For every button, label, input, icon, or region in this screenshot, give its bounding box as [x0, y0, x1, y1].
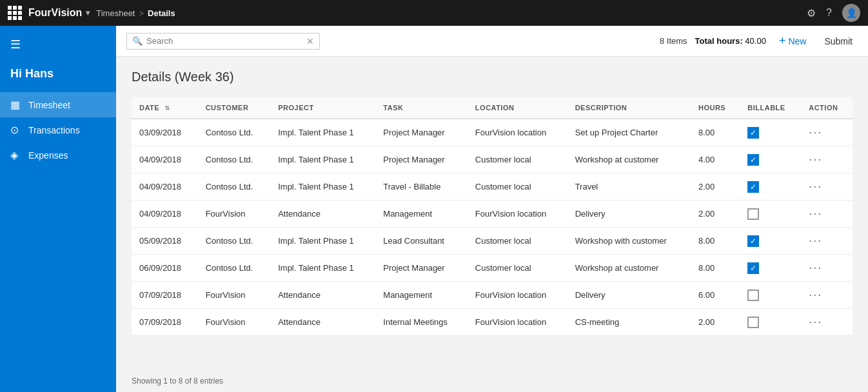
checkbox-unchecked[interactable]	[747, 208, 759, 220]
cell-billable[interactable]	[740, 309, 801, 336]
checkbox-unchecked[interactable]	[747, 289, 759, 301]
cell-customer: Contoso Ltd.	[198, 146, 271, 173]
sidebar-hamburger[interactable]: ☰	[0, 31, 116, 58]
cell-location: Customer local	[468, 255, 567, 282]
action-menu-icon[interactable]: ···	[809, 126, 822, 139]
cell-project: Attendance	[270, 309, 375, 336]
cell-billable[interactable]	[740, 201, 801, 228]
action-menu-icon[interactable]: ···	[809, 207, 822, 220]
action-menu-icon[interactable]: ···	[809, 315, 822, 328]
cell-description: Workshop at customer	[567, 146, 691, 173]
search-clear-icon[interactable]: ✕	[306, 36, 314, 46]
page-footer: Showing 1 to 8 of 8 entries	[116, 370, 868, 392]
cell-action[interactable]: ···	[801, 228, 853, 255]
col-project: PROJECT	[270, 97, 375, 119]
checkbox-checked[interactable]: ✓	[747, 154, 759, 166]
cell-billable[interactable]	[740, 282, 801, 309]
cell-action[interactable]: ···	[801, 201, 853, 228]
cell-hours: 8.00	[691, 119, 740, 146]
cell-customer: FourVision	[198, 282, 271, 309]
cell-project: Impl. Talent Phase 1	[270, 228, 375, 255]
body-layout: ☰ Hi Hans ▦ Timesheet ⊙ Transactions ◈ E…	[0, 26, 868, 392]
sidebar-item-label: Transactions	[28, 125, 80, 135]
cell-hours: 4.00	[691, 146, 740, 173]
cell-billable[interactable]: ✓	[740, 173, 801, 201]
cell-action[interactable]: ···	[801, 309, 853, 336]
cell-date: 05/09/2018	[132, 228, 198, 255]
cell-action[interactable]: ···	[801, 282, 853, 309]
help-icon[interactable]: ?	[826, 7, 832, 19]
table-row: 07/09/2018FourVisionAttendanceManagement…	[132, 282, 853, 309]
cell-description: Travel	[567, 173, 691, 201]
sidebar-user-greeting: Hi Hans	[0, 58, 116, 92]
cell-customer: FourVision	[198, 201, 271, 228]
search-box[interactable]: 🔍 ✕	[126, 33, 320, 50]
cell-project: Impl. Talent Phase 1	[270, 119, 375, 146]
sidebar-item-timesheet[interactable]: ▦ Timesheet	[0, 92, 116, 117]
sort-date-icon[interactable]: ⇅	[164, 104, 170, 112]
col-task: TASK	[375, 97, 468, 119]
table-row: 04/09/2018Contoso Ltd.Impl. Talent Phase…	[132, 146, 853, 173]
cell-location: FourVision location	[468, 282, 567, 309]
checkbox-checked[interactable]: ✓	[747, 127, 759, 139]
cell-location: Customer local	[468, 173, 567, 201]
cell-action[interactable]: ···	[801, 255, 853, 282]
cell-project: Attendance	[270, 201, 375, 228]
cell-billable[interactable]: ✓	[740, 228, 801, 255]
new-button[interactable]: + New	[774, 32, 812, 50]
action-menu-icon[interactable]: ···	[809, 180, 822, 193]
topbar: FourVision ▾ Timesheet > Details ⚙ ? 👤	[0, 0, 868, 26]
cell-description: Delivery	[567, 282, 691, 309]
cell-billable[interactable]: ✓	[740, 146, 801, 173]
cell-date: 04/09/2018	[132, 146, 198, 173]
table-row: 06/09/2018Contoso Ltd.Impl. Talent Phase…	[132, 255, 853, 282]
grid-icon	[8, 6, 22, 20]
cell-billable[interactable]: ✓	[740, 119, 801, 146]
action-menu-icon[interactable]: ···	[809, 153, 822, 166]
cell-date: 07/09/2018	[132, 282, 198, 309]
action-menu-icon[interactable]: ···	[809, 234, 822, 247]
cell-date: 03/09/2018	[132, 119, 198, 146]
cell-customer: Contoso Ltd.	[198, 119, 271, 146]
cell-action[interactable]: ···	[801, 146, 853, 173]
page-title: Details (Week 36)	[132, 70, 853, 84]
cell-billable[interactable]: ✓	[740, 255, 801, 282]
cell-task: Travel - Billable	[375, 173, 468, 201]
action-menu-icon[interactable]: ···	[809, 261, 822, 274]
transactions-icon: ⊙	[10, 124, 22, 136]
toolbar: 🔍 ✕ 8 Items Total hours: 40.00 + New Sub…	[116, 26, 868, 57]
checkbox-checked[interactable]: ✓	[747, 262, 759, 274]
table-row: 03/09/2018Contoso Ltd.Impl. Talent Phase…	[132, 119, 853, 146]
cell-task: Lead Consultant	[375, 228, 468, 255]
col-date: DATE ⇅	[132, 97, 198, 119]
settings-icon[interactable]: ⚙	[807, 7, 816, 19]
cell-date: 04/09/2018	[132, 201, 198, 228]
cell-customer: Contoso Ltd.	[198, 228, 271, 255]
table-row: 04/09/2018FourVisionAttendanceManagement…	[132, 201, 853, 228]
sidebar-item-label: Expenses	[28, 150, 68, 161]
cell-action[interactable]: ···	[801, 173, 853, 201]
brand-name[interactable]: FourVision ▾	[28, 7, 90, 19]
checkbox-checked[interactable]: ✓	[747, 235, 759, 247]
cell-description: Workshop with customer	[567, 228, 691, 255]
items-count: 8 Items	[660, 36, 687, 46]
cell-location: Customer local	[468, 228, 567, 255]
action-menu-icon[interactable]: ···	[809, 288, 822, 301]
cell-action[interactable]: ···	[801, 119, 853, 146]
cell-customer: Contoso Ltd.	[198, 255, 271, 282]
apps-grid-button[interactable]	[8, 6, 22, 20]
search-input[interactable]	[146, 36, 302, 46]
sidebar-item-transactions[interactable]: ⊙ Transactions	[0, 117, 116, 142]
cell-date: 06/09/2018	[132, 255, 198, 282]
submit-button[interactable]: Submit	[819, 34, 858, 49]
breadcrumb: Timesheet > Details	[96, 8, 800, 18]
table-header-row: DATE ⇅ CUSTOMER PROJECT TASK LOCATION DE…	[132, 97, 853, 119]
avatar[interactable]: 👤	[842, 4, 860, 22]
table-row: 04/09/2018Contoso Ltd.Impl. Talent Phase…	[132, 173, 853, 201]
breadcrumb-parent[interactable]: Timesheet	[96, 8, 135, 18]
checkbox-checked[interactable]: ✓	[747, 181, 759, 193]
breadcrumb-current: Details	[148, 8, 175, 18]
cell-customer: FourVision	[198, 309, 271, 336]
checkbox-unchecked[interactable]	[747, 317, 759, 328]
sidebar-item-expenses[interactable]: ◈ Expenses	[0, 142, 116, 168]
